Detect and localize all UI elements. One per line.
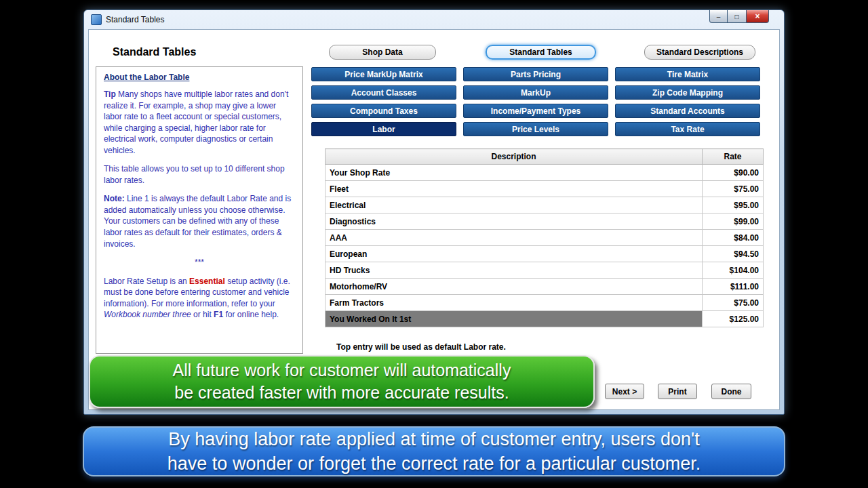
about-tip-paragraph: Tip Many shops have multiple labor rates…: [104, 89, 295, 156]
table-row[interactable]: Motorhome/RV$111.00: [326, 279, 764, 295]
default-rate-note: Top entry will be used as default Labor …: [336, 342, 506, 352]
table-header-row: Description Rate: [326, 149, 764, 165]
tab-shop-data[interactable]: Shop Data: [329, 45, 436, 60]
green-callout-bubble: All future work for customer will automa…: [89, 355, 595, 408]
table-row-selected[interactable]: You Worked On It 1st$125.00: [326, 311, 764, 327]
table-row[interactable]: Electrical$95.00: [326, 197, 764, 214]
maximize-icon[interactable]: □: [728, 10, 746, 23]
app-window: Standard Tables – □ × Standard Tables Sh…: [83, 9, 785, 415]
green-callout-line1: All future work for customer will automa…: [173, 359, 511, 382]
essential-label: Essential: [189, 277, 225, 286]
about-essential-paragraph: Labor Rate Setup is an Essential setup a…: [104, 276, 295, 321]
close-icon[interactable]: ×: [746, 10, 769, 23]
table-row[interactable]: European$94.50: [326, 246, 764, 262]
green-callout-line2: be created faster with more accurate res…: [174, 382, 509, 404]
table-row[interactable]: Farm Tractors$75.00: [326, 295, 764, 311]
button-price-levels[interactable]: Price Levels: [463, 122, 608, 136]
app-icon: [91, 14, 102, 25]
page-title: Standard Tables: [113, 46, 196, 58]
note-label: Note:: [104, 194, 125, 203]
blue-caption-line2: have to wonder or forget the correct rat…: [167, 451, 701, 476]
tip-label: Tip: [104, 89, 116, 99]
titlebar[interactable]: Standard Tables: [84, 10, 784, 29]
category-button-grid: Price MarkUp Matrix Parts Pricing Tire M…: [311, 67, 760, 136]
table-row[interactable]: Fleet$75.00: [326, 181, 764, 197]
workbook-label: Workbook number three: [104, 310, 191, 319]
button-labor[interactable]: Labor: [311, 122, 456, 136]
button-markup[interactable]: MarkUp: [463, 85, 608, 100]
window-title: Standard Tables: [106, 15, 165, 24]
about-panel-header: About the Labor Table: [104, 73, 295, 82]
button-compound-taxes[interactable]: Compound Taxes: [311, 104, 456, 118]
button-zip-code-mapping[interactable]: Zip Code Mapping: [615, 85, 760, 100]
f1-label: F1: [214, 310, 223, 319]
about-separator: ***: [104, 257, 295, 268]
blue-caption-bubble: By having labor rate applied at time of …: [83, 426, 785, 476]
button-standard-accounts[interactable]: Standard Accounts: [615, 104, 760, 118]
button-income-payment-types[interactable]: Income/Payment Types: [463, 104, 608, 118]
window-controls: – □ ×: [709, 10, 769, 23]
table-row[interactable]: HD Trucks$104.00: [326, 262, 764, 279]
column-header-rate: Rate: [703, 149, 764, 165]
done-button[interactable]: Done: [711, 384, 751, 399]
table-row[interactable]: Your Shop Rate$90.00: [326, 165, 764, 181]
tab-standard-tables[interactable]: Standard Tables: [486, 45, 596, 60]
button-parts-pricing[interactable]: Parts Pricing: [463, 67, 608, 81]
about-labor-table-panel: About the Labor Table Tip Many shops hav…: [96, 66, 303, 354]
blue-caption-line1: By having labor rate applied at time of …: [168, 427, 700, 451]
button-account-classes[interactable]: Account Classes: [311, 85, 456, 100]
minimize-icon[interactable]: –: [709, 10, 728, 23]
tab-standard-descriptions[interactable]: Standard Descriptions: [644, 45, 755, 60]
about-allows-paragraph: This table allows you to set up to 10 di…: [104, 163, 295, 186]
button-tire-matrix[interactable]: Tire Matrix: [615, 67, 760, 81]
button-price-markup-matrix[interactable]: Price MarkUp Matrix: [311, 67, 456, 81]
column-header-description: Description: [326, 149, 703, 165]
print-button[interactable]: Print: [658, 384, 697, 399]
labor-rate-table: Description Rate Your Shop Rate$90.00 Fl…: [325, 148, 764, 327]
table-row[interactable]: Diagnostics$99.00: [326, 214, 764, 230]
table-row[interactable]: AAA$84.00: [326, 230, 764, 246]
next-button[interactable]: Next >: [605, 384, 644, 399]
about-note-paragraph: Note: Line 1 is always the default Labor…: [104, 193, 295, 249]
button-tax-rate[interactable]: Tax Rate: [615, 122, 760, 136]
